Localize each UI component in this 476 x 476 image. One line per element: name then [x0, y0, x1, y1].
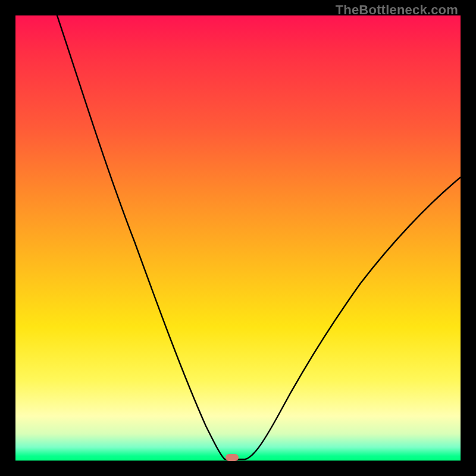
plot-area: [15, 15, 461, 461]
bottleneck-curve: [15, 15, 461, 461]
chart-frame: TheBottleneck.com: [0, 0, 476, 476]
optimal-point-marker: [226, 454, 239, 461]
